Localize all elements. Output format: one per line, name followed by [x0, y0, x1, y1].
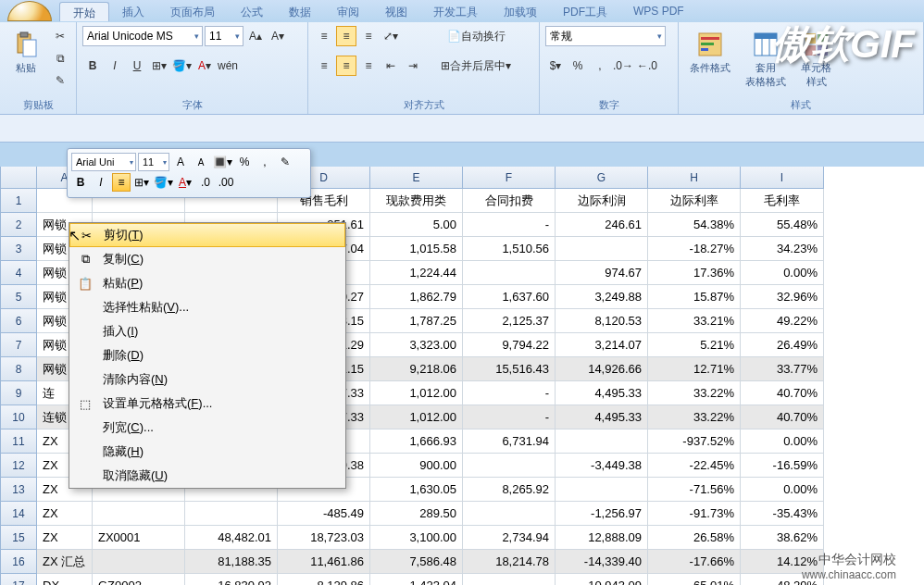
cell[interactable]: 14.12% — [741, 550, 824, 574]
cell[interactable]: 3,100.00 — [370, 526, 463, 550]
cell[interactable]: -937.52% — [648, 429, 741, 454]
select-all-button[interactable] — [0, 167, 37, 189]
cell[interactable]: 1,862.79 — [370, 285, 463, 309]
cell[interactable]: 14,926.66 — [556, 357, 648, 381]
cell[interactable]: 54.38% — [648, 213, 741, 237]
cell[interactable]: -8,129.86 — [278, 574, 370, 585]
cell[interactable]: 38.62% — [741, 526, 824, 550]
ribbon-tab[interactable]: 数据 — [276, 2, 324, 21]
wrap-text[interactable]: 📄 自动换行 — [434, 26, 518, 46]
row-header[interactable]: 6 — [0, 309, 37, 333]
cell[interactable]: 1,510.56 — [463, 237, 556, 261]
cell[interactable]: -14,339.40 — [556, 550, 648, 574]
ribbon-tab[interactable]: 加载项 — [491, 2, 550, 21]
cell[interactable]: 边际利润 — [556, 189, 648, 213]
cell[interactable]: 12,888.09 — [556, 526, 648, 550]
row-header[interactable]: 16 — [0, 550, 37, 574]
cell[interactable]: 5.21% — [648, 333, 741, 357]
mini-font-color[interactable]: A▾ — [176, 173, 194, 192]
context-menu-item[interactable]: 清除内容(N) — [69, 367, 345, 392]
context-menu-item[interactable]: 选择性粘贴(V)... — [69, 295, 345, 319]
row-header[interactable]: 14 — [0, 502, 37, 526]
format-painter[interactable]: ✎ — [50, 70, 70, 91]
ribbon-tab[interactable]: 插入 — [109, 2, 157, 21]
ribbon-tab[interactable]: PDF工具 — [550, 2, 620, 21]
cell[interactable]: 289.50 — [370, 502, 463, 526]
cell[interactable]: ZX — [37, 502, 93, 526]
ribbon-tab[interactable]: 公式 — [228, 2, 276, 21]
cell[interactable]: 3,214.07 — [556, 333, 648, 357]
cell[interactable]: -485.49 — [278, 502, 370, 526]
mini-inc-dec[interactable]: .0 — [196, 173, 215, 192]
align-mid[interactable]: ≡ — [336, 26, 356, 46]
context-menu-item[interactable]: 📋粘贴(P) — [69, 271, 345, 295]
fill-color-button[interactable]: 🪣▾ — [171, 56, 193, 76]
mini-comma[interactable]: , — [256, 153, 274, 171]
mini-border[interactable]: ⊞▾ — [132, 173, 151, 192]
cell[interactable]: ZX 汇总 — [37, 550, 93, 574]
cell[interactable]: -16,830.92 — [185, 574, 278, 585]
cell[interactable]: 边际利率 — [648, 189, 741, 213]
cell[interactable]: ZX0001 — [93, 526, 185, 550]
mini-shrink-font[interactable]: A — [192, 153, 210, 171]
column-header[interactable]: I — [741, 167, 824, 189]
mini-fill[interactable]: 🪣▾ — [153, 173, 174, 192]
row-header[interactable]: 12 — [0, 454, 37, 478]
cell[interactable]: 17.36% — [648, 261, 741, 285]
row-header[interactable]: 15 — [0, 526, 37, 550]
cell[interactable]: 1,630.05 — [370, 478, 463, 502]
align-left[interactable]: ≡ — [314, 56, 334, 76]
cell[interactable]: GZ0002 — [93, 574, 185, 585]
cell[interactable]: 7,586.48 — [370, 550, 463, 574]
cell[interactable]: -17.66% — [648, 550, 741, 574]
cell[interactable]: 18,214.78 — [463, 550, 556, 574]
cell[interactable]: 4,495.33 — [556, 381, 648, 405]
cell[interactable]: 0.00% — [741, 261, 824, 285]
row-header[interactable]: 17 — [0, 574, 37, 585]
accounting-format[interactable]: $▾ — [545, 56, 566, 76]
cell[interactable]: 合同扣费 — [463, 189, 556, 213]
paste-button[interactable]: 粘贴 — [6, 26, 46, 79]
format-table[interactable]: 套用 表格格式 — [740, 26, 792, 93]
cell[interactable] — [185, 502, 278, 526]
cell[interactable]: 1,012.00 — [370, 381, 463, 405]
cell[interactable]: 15,516.43 — [463, 357, 556, 381]
cell[interactable]: 974.67 — [556, 261, 648, 285]
cell[interactable]: 9,794.22 — [463, 333, 556, 357]
cell[interactable]: 1,787.25 — [370, 309, 463, 333]
context-menu-item[interactable]: ⬚设置单元格格式(F)... — [69, 392, 345, 416]
copy-button[interactable]: ⧉ — [50, 48, 70, 68]
column-header[interactable]: E — [370, 167, 463, 189]
row-header[interactable]: 11 — [0, 429, 37, 454]
cell[interactable]: 34.23% — [741, 237, 824, 261]
context-menu-item[interactable]: 列宽(C)... — [69, 416, 345, 440]
column-header[interactable]: G — [556, 167, 648, 189]
cell[interactable]: 0.00% — [741, 429, 824, 454]
cell[interactable]: 11,461.86 — [278, 550, 370, 574]
mini-font[interactable]: Arial Uni — [71, 153, 136, 171]
number-format-select[interactable]: 常规 — [545, 26, 666, 46]
cell[interactable]: 1,015.58 — [370, 237, 463, 261]
row-header[interactable]: 5 — [0, 285, 37, 309]
row-header[interactable]: 3 — [0, 237, 37, 261]
align-right[interactable]: ≡ — [358, 56, 379, 76]
cell[interactable]: 33.22% — [648, 381, 741, 405]
context-menu-item[interactable]: 隐藏(H) — [69, 440, 345, 464]
cell[interactable]: 1,637.60 — [463, 285, 556, 309]
column-header[interactable]: F — [463, 167, 556, 189]
cell[interactable]: 现款费用类 — [370, 189, 463, 213]
cell[interactable] — [463, 261, 556, 285]
cell[interactable]: 65.01% — [648, 574, 741, 585]
cell[interactable]: 40.70% — [741, 381, 824, 405]
merge-center[interactable]: ⊞ 合并后居中 ▾ — [434, 56, 518, 76]
cell[interactable]: -18.27% — [648, 237, 741, 261]
context-menu-item[interactable]: ⧉复制(C) — [69, 247, 345, 271]
cell[interactable]: 4,495.33 — [556, 405, 648, 429]
bold-button[interactable]: B — [82, 56, 103, 76]
mini-dec-dec[interactable]: .00 — [217, 173, 235, 192]
align-top[interactable]: ≡ — [314, 26, 334, 46]
cell[interactable] — [463, 454, 556, 478]
cell[interactable]: 26.58% — [648, 526, 741, 550]
indent-inc[interactable]: ⇥ — [403, 56, 423, 76]
cell[interactable]: 8,265.92 — [463, 478, 556, 502]
